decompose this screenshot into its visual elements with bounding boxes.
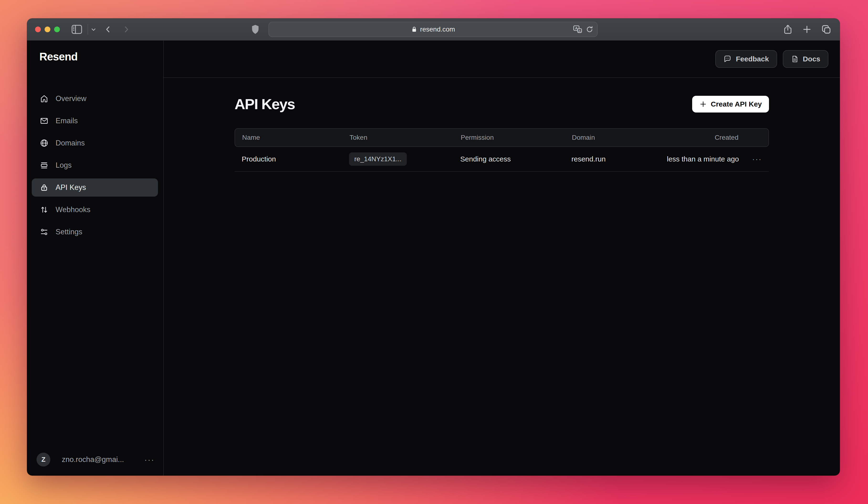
logs-icon — [40, 161, 49, 170]
arrows-up-down-icon — [40, 205, 49, 214]
new-tab-icon[interactable] — [802, 24, 812, 34]
address-bar[interactable]: resend.com A あ — [268, 22, 598, 37]
safari-window: resend.com A あ — [27, 18, 840, 476]
api-keys-table: Name Token Permission Domain Created Pro… — [235, 128, 769, 172]
sidebar-item-webhooks[interactable]: Webhooks — [32, 201, 158, 219]
minimize-window-button[interactable] — [45, 27, 50, 32]
lock-icon — [40, 183, 49, 192]
resend-app: Resend Overview — [27, 41, 840, 476]
page-header: Feedback Docs — [164, 41, 840, 78]
sidebar-toggle-icon[interactable] — [71, 24, 82, 34]
sidebar-item-label: API Keys — [55, 183, 86, 192]
main-area: Feedback Docs API Keys — [164, 41, 840, 476]
user-account-row[interactable]: Z zno.rocha@gmai... ··· — [37, 453, 155, 466]
resend-logo: Resend — [39, 50, 163, 63]
docs-button-label: Docs — [803, 55, 820, 63]
chevron-down-icon[interactable] — [91, 26, 97, 32]
privacy-shield-icon[interactable] — [251, 24, 259, 34]
cell-name: Production — [235, 155, 342, 163]
sidebar-item-emails[interactable]: Emails — [32, 112, 158, 130]
sidebar-item-label: Webhooks — [55, 205, 91, 214]
mail-icon — [40, 117, 49, 125]
user-email: zno.rocha@gmai... — [62, 455, 124, 464]
avatar: Z — [37, 453, 50, 466]
column-header-domain: Domain — [565, 134, 667, 141]
close-window-button[interactable] — [35, 27, 41, 32]
page-content: API Keys Create API Key Name Token Permi… — [235, 78, 769, 172]
sidebar-item-label: Settings — [55, 228, 82, 236]
sidebar-item-api-keys[interactable]: API Keys — [32, 179, 158, 196]
zoom-window-button[interactable] — [54, 27, 60, 32]
home-icon — [40, 94, 49, 103]
row-menu-ellipsis-icon[interactable]: ··· — [745, 155, 769, 164]
speech-bubble-icon — [723, 55, 732, 63]
feedback-button[interactable]: Feedback — [715, 50, 777, 68]
user-menu-ellipsis-icon[interactable]: ··· — [144, 455, 155, 464]
column-header-created: Created — [667, 134, 746, 141]
reload-icon[interactable] — [586, 26, 593, 33]
sidebar-item-settings[interactable]: Settings — [32, 223, 158, 241]
url-text: resend.com — [420, 26, 455, 33]
lock-icon — [411, 26, 417, 32]
sidebar-item-label: Emails — [55, 117, 78, 125]
page-title: API Keys — [235, 95, 295, 112]
table-header: Name Token Permission Domain Created — [235, 128, 769, 147]
cell-token: re_14NYz1X1... — [342, 152, 453, 166]
table-row: Production re_14NYz1X1... Sending access… — [235, 147, 769, 172]
token-chip[interactable]: re_14NYz1X1... — [349, 152, 407, 166]
cell-domain: resend.run — [564, 155, 667, 163]
back-icon[interactable] — [104, 25, 112, 34]
create-api-key-button[interactable]: Create API Key — [692, 96, 769, 112]
address-bar-icons: A あ — [573, 22, 593, 37]
title-row: API Keys Create API Key — [235, 95, 769, 112]
svg-text:あ: あ — [578, 29, 581, 32]
sidebar-item-logs[interactable]: Logs — [32, 156, 158, 174]
feedback-button-label: Feedback — [736, 55, 769, 63]
sidebar-nav: Overview Emails — [32, 90, 158, 245]
sliders-icon — [40, 228, 49, 236]
create-api-key-label: Create API Key — [711, 100, 762, 108]
tab-overview-icon[interactable] — [821, 24, 831, 34]
toolbar-right-icons — [783, 18, 831, 40]
sidebar-item-domains[interactable]: Domains — [32, 134, 158, 152]
column-header-token: Token — [342, 134, 454, 141]
document-icon — [791, 55, 798, 63]
window-controls — [35, 27, 60, 32]
sidebar-item-overview[interactable]: Overview — [32, 90, 158, 108]
browser-toolbar: resend.com A あ — [27, 18, 840, 41]
cell-permission: Sending access — [453, 155, 564, 163]
translate-icon[interactable]: A あ — [573, 25, 582, 34]
sidebar-item-label: Logs — [55, 161, 72, 170]
column-header-permission: Permission — [454, 134, 565, 141]
sidebar: Resend Overview — [27, 41, 164, 476]
plus-icon — [699, 100, 707, 108]
column-header-name: Name — [235, 134, 342, 141]
sidebar-item-label: Overview — [55, 94, 86, 103]
share-icon[interactable] — [783, 24, 793, 34]
toolbar-divider — [87, 24, 88, 34]
globe-icon — [40, 139, 49, 148]
cell-created: less than a minute ago — [667, 155, 745, 163]
forward-icon[interactable] — [122, 25, 131, 34]
sidebar-item-label: Domains — [55, 139, 85, 148]
docs-button[interactable]: Docs — [783, 50, 828, 68]
avatar-initial: Z — [41, 456, 45, 463]
